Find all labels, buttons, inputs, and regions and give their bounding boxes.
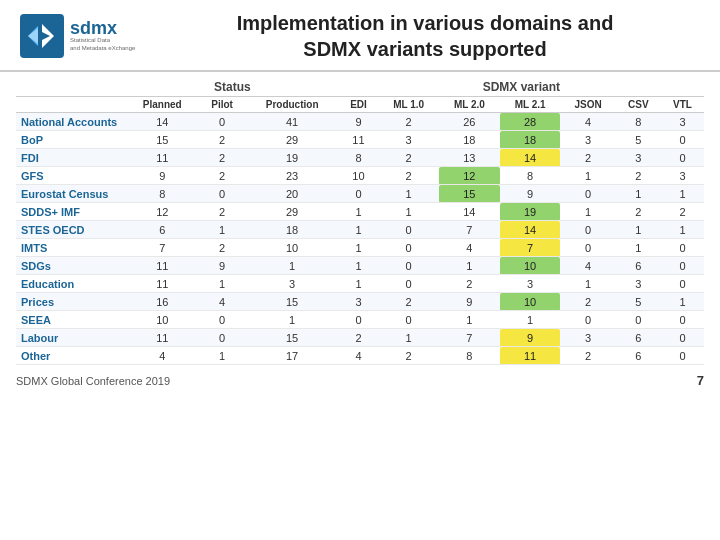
table-row: GFS9223102128123: [16, 167, 704, 185]
logo-text-area: sdmx Statistical Dataand Metadata eXchan…: [70, 19, 135, 53]
col-csv: CSV: [616, 97, 661, 113]
data-cell: 2: [616, 167, 661, 185]
data-cell: 1: [439, 311, 500, 329]
data-cell: 8: [616, 113, 661, 131]
row-label-cell: SEEA: [16, 311, 126, 329]
data-cell: 10: [126, 311, 199, 329]
logo-tagline: Statistical Dataand Metadata eXchange: [70, 37, 135, 53]
table-body: National Accounts14041922628483BoP152291…: [16, 113, 704, 365]
data-cell: 14: [126, 113, 199, 131]
data-cell: 14: [500, 149, 561, 167]
data-cell: 19: [246, 149, 339, 167]
data-cell: 3: [560, 329, 615, 347]
data-cell: 10: [339, 167, 379, 185]
data-cell: 3: [560, 131, 615, 149]
data-cell: 16: [126, 293, 199, 311]
data-cell: 0: [378, 257, 439, 275]
data-cell: 3: [616, 149, 661, 167]
data-cell: 0: [661, 347, 704, 365]
data-cell: 4: [439, 239, 500, 257]
data-cell: 1: [616, 221, 661, 239]
table-row: SEEA10010011000: [16, 311, 704, 329]
data-cell: 11: [126, 149, 199, 167]
data-cell: 1: [616, 239, 661, 257]
data-cell: 2: [199, 167, 246, 185]
col-domain: [16, 97, 126, 113]
col-ml21: ML 2.1: [500, 97, 561, 113]
data-cell: 6: [126, 221, 199, 239]
data-cell: 0: [661, 329, 704, 347]
data-cell: 15: [126, 131, 199, 149]
data-cell: 0: [661, 311, 704, 329]
data-cell: 0: [199, 311, 246, 329]
row-label-cell: Other: [16, 347, 126, 365]
data-cell: 6: [616, 257, 661, 275]
data-cell: 2: [378, 167, 439, 185]
data-cell: 18: [439, 131, 500, 149]
data-cell: 7: [126, 239, 199, 257]
data-cell: 1: [661, 221, 704, 239]
data-cell: 9: [500, 329, 561, 347]
data-cell: 4: [560, 113, 615, 131]
table-row: Eurostat Census802001159011: [16, 185, 704, 203]
data-cell: 1: [199, 275, 246, 293]
data-cell: 1: [378, 329, 439, 347]
data-cell: 29: [246, 131, 339, 149]
data-cell: 0: [378, 239, 439, 257]
data-cell: 26: [439, 113, 500, 131]
data-cell: 23: [246, 167, 339, 185]
data-cell: 2: [616, 203, 661, 221]
table-row: Other411742811260: [16, 347, 704, 365]
data-cell: 0: [560, 311, 615, 329]
data-cell: 0: [378, 311, 439, 329]
data-cell: 12: [126, 203, 199, 221]
col-production: Production: [246, 97, 339, 113]
data-cell: 14: [500, 221, 561, 239]
col-ml10: ML 1.0: [378, 97, 439, 113]
row-label-cell: STES OECD: [16, 221, 126, 239]
data-cell: 3: [661, 167, 704, 185]
data-cell: 0: [661, 131, 704, 149]
data-cell: 0: [661, 239, 704, 257]
data-cell: 1: [439, 257, 500, 275]
data-cell: 11: [126, 257, 199, 275]
table-row: BoP152291131818350: [16, 131, 704, 149]
data-cell: 3: [378, 131, 439, 149]
main-table: Status SDMX variant Planned Pilot Produc…: [16, 78, 704, 365]
data-cell: 5: [616, 293, 661, 311]
table-row: IMTS72101047010: [16, 239, 704, 257]
data-cell: 1: [378, 203, 439, 221]
logo-area: sdmx Statistical Dataand Metadata eXchan…: [20, 14, 150, 58]
data-cell: 2: [339, 329, 379, 347]
data-cell: 1: [616, 185, 661, 203]
sdmx-logo-icon: [20, 14, 64, 58]
table-container: Status SDMX variant Planned Pilot Produc…: [0, 72, 720, 369]
table-row: Labour110152179360: [16, 329, 704, 347]
header: sdmx Statistical Dataand Metadata eXchan…: [0, 0, 720, 72]
data-cell: 6: [616, 329, 661, 347]
data-cell: 2: [439, 275, 500, 293]
row-label-cell: Prices: [16, 293, 126, 311]
data-cell: 4: [126, 347, 199, 365]
data-cell: 15: [439, 185, 500, 203]
data-cell: 0: [378, 275, 439, 293]
svg-rect-0: [20, 14, 64, 58]
data-cell: 15: [246, 293, 339, 311]
data-cell: 41: [246, 113, 339, 131]
data-cell: 2: [378, 347, 439, 365]
data-cell: 0: [661, 275, 704, 293]
col-headers-row: Planned Pilot Production EDI ML 1.0 ML 2…: [16, 97, 704, 113]
data-cell: 0: [199, 329, 246, 347]
data-cell: 1: [246, 257, 339, 275]
data-cell: 2: [560, 149, 615, 167]
data-cell: 2: [560, 293, 615, 311]
data-cell: 15: [246, 329, 339, 347]
data-cell: 0: [616, 311, 661, 329]
row-label-cell: Labour: [16, 329, 126, 347]
sdmx-group-header: SDMX variant: [339, 78, 704, 97]
data-cell: 1: [339, 221, 379, 239]
row-label-cell: Eurostat Census: [16, 185, 126, 203]
data-cell: 1: [199, 221, 246, 239]
data-cell: 0: [560, 185, 615, 203]
row-label-cell: IMTS: [16, 239, 126, 257]
